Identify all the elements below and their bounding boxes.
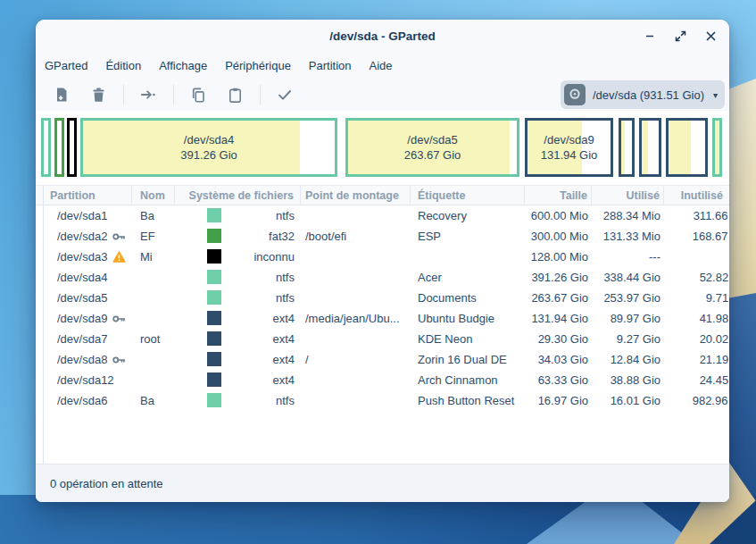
size-cell: 263.67 Gio — [525, 288, 592, 308]
mountpoint-cell — [301, 390, 411, 411]
apply-icon[interactable] — [271, 82, 298, 107]
table-row[interactable]: /dev/sda9 ext4 /media/jean/Ubu... Ubuntu… — [36, 308, 729, 329]
segment-sda3[interactable] — [67, 118, 77, 177]
partition-cell: /dev/sda2 — [43, 226, 132, 247]
size-cell: 131.94 Gio — [525, 308, 592, 329]
menu-gparted[interactable]: GParted — [36, 55, 96, 76]
used-cell: 16.01 Gio — [592, 390, 664, 411]
menu-affichage[interactable]: Affichage — [150, 55, 216, 76]
label-cell: Acer — [411, 267, 525, 288]
menu-partition[interactable]: Partition — [300, 55, 361, 76]
fs-swatch — [207, 311, 221, 325]
table-row[interactable]: /dev/sda2 EF fat32 /boot/efi ESP 300.00 … — [36, 226, 729, 247]
table-row[interactable]: /dev/sda3 Mi inconnu 128.00 Mio --- --- — [36, 247, 729, 267]
used-cell: --- — [592, 247, 664, 267]
segment-sda4[interactable]: /dev/sda4391.26 Gio — [80, 118, 337, 177]
disk-graphic: /dev/sda4391.26 Gio /dev/sda5263.67 Gio … — [36, 111, 729, 185]
unused-cell: 168.67 Mio — [664, 226, 729, 247]
fs-swatch — [207, 270, 221, 284]
used-space — [715, 121, 719, 174]
mountpoint-cell — [301, 329, 411, 349]
header-nom: Nom — [132, 186, 175, 205]
mountpoint-cell: /boot/efi — [301, 226, 411, 247]
segment-sda2[interactable] — [54, 118, 64, 177]
partition-cell: /dev/sda3 — [43, 247, 132, 267]
unused-cell: --- — [664, 247, 729, 267]
segment-sda7[interactable] — [619, 118, 635, 177]
header-used: Utilisé — [592, 186, 664, 205]
device-selector[interactable]: /dev/sda (931.51 Gio) ▾ — [561, 80, 725, 109]
delete-icon[interactable] — [85, 82, 112, 107]
mountpoint-cell — [301, 370, 411, 390]
table-row[interactable]: /dev/sda6 Ba ntfs Push Button Reset 16.9… — [36, 390, 729, 411]
drive-icon — [564, 84, 586, 105]
menu-peripherique[interactable]: Périphérique — [216, 55, 300, 76]
table-row[interactable]: /dev/sda4 ntfs Acer 391.26 Gio 338.44 Gi… — [36, 267, 729, 288]
table-row[interactable]: /dev/sda5 ntfs Documents 263.67 Gio 253.… — [36, 288, 729, 308]
gparted-window: /dev/sda - GParted GParted Édition Affic… — [36, 20, 729, 502]
mountpoint-cell: /media/jean/Ubu... — [301, 308, 411, 329]
table-row[interactable]: /dev/sda7 root ext4 KDE Neon 29.30 Gio 9… — [36, 329, 729, 349]
toolbar-separator — [260, 85, 261, 105]
menu-aide[interactable]: Aide — [361, 55, 402, 76]
key-icon — [112, 314, 126, 323]
partition-cell: /dev/sda6 — [43, 390, 132, 411]
header-size: Taille — [525, 186, 592, 205]
header-mountpoint: Point de montage — [301, 186, 411, 205]
fs-swatch — [207, 229, 221, 243]
header-filesystem: Système de fichiers — [175, 186, 301, 205]
segment-label: /dev/sda9131.94 Gio — [528, 121, 611, 174]
name-cell: Mi — [132, 247, 175, 267]
size-cell: 63.33 Gio — [525, 370, 592, 390]
size-cell: 600.00 Mio — [525, 205, 592, 226]
size-cell: 29.30 Gio — [525, 329, 592, 349]
statusbar: 0 opération en attente — [36, 464, 729, 502]
table-row[interactable]: /dev/sda1 Ba ntfs Recovery 600.00 Mio 28… — [36, 205, 729, 226]
toolbar: /dev/sda (931.51 Gio) ▾ — [36, 79, 729, 111]
toolbar-separator — [123, 85, 124, 105]
paste-icon[interactable] — [221, 82, 248, 107]
minimize-button[interactable] — [644, 29, 656, 42]
device-label: /dev/sda (931.51 Gio) — [593, 88, 704, 102]
table-row[interactable]: /dev/sda8 ext4 / Zorin 16 Dual DE 34.03 … — [36, 349, 729, 370]
close-icon[interactable] — [704, 29, 717, 42]
label-cell: Documents — [411, 288, 525, 308]
mountpoint-cell — [301, 247, 411, 267]
partition-cell: /dev/sda5 — [43, 288, 132, 308]
mountpoint-cell — [301, 267, 411, 288]
used-space — [621, 121, 625, 174]
segment-sda12[interactable] — [666, 118, 708, 177]
menu-edition[interactable]: Édition — [96, 55, 150, 76]
titlebar[interactable]: /dev/sda - GParted — [36, 20, 729, 52]
segment-sda9[interactable]: /dev/sda9131.94 Gio — [525, 118, 613, 177]
name-cell — [132, 267, 175, 288]
resize-move-icon[interactable] — [135, 82, 162, 107]
toolbar-separator — [173, 85, 174, 105]
segment-sda5[interactable]: /dev/sda5263.67 Gio — [345, 118, 519, 177]
label-cell: Zorin 16 Dual DE — [411, 349, 525, 370]
table-empty-area — [36, 411, 729, 464]
filesystem-cell: ext4 — [175, 329, 301, 349]
unused-cell: 311.66 Mio — [664, 205, 729, 226]
new-partition-icon[interactable] — [48, 82, 75, 107]
copy-icon[interactable] — [185, 82, 212, 107]
size-cell: 391.26 Gio — [525, 267, 592, 288]
fs-swatch — [207, 249, 221, 264]
segment-sda1[interactable] — [41, 118, 51, 177]
filesystem-cell: ext4 — [175, 349, 301, 370]
filesystem-cell: ntfs — [175, 267, 301, 288]
label-cell: KDE Neon — [411, 329, 525, 349]
used-space — [669, 121, 691, 174]
segment-sda8[interactable] — [639, 118, 661, 177]
table-row[interactable]: /dev/sda12 ext4 Arch Cinnamon 63.33 Gio … — [36, 370, 729, 390]
used-cell: 288.34 Mio — [592, 205, 664, 226]
size-cell: 16.97 Gio — [525, 390, 592, 411]
mountpoint-cell: / — [301, 349, 411, 370]
label-cell — [411, 247, 525, 267]
unused-cell: 52.82 Gio — [664, 267, 729, 288]
restore-button[interactable] — [674, 29, 686, 42]
name-cell: Ba — [132, 205, 175, 226]
filesystem-cell: inconnu — [175, 247, 301, 267]
segment-sda6[interactable] — [712, 118, 722, 177]
filesystem-cell: ntfs — [175, 205, 301, 226]
